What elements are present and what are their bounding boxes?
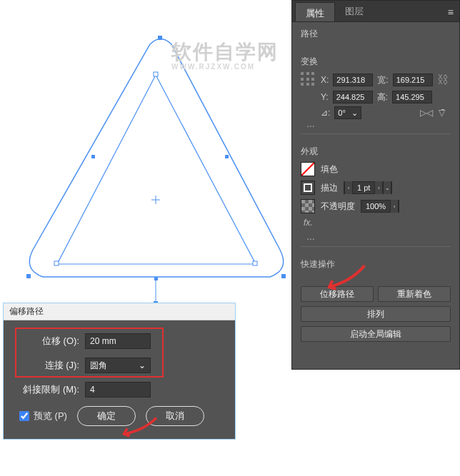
stroke-swatch-icon[interactable]: [301, 181, 315, 195]
svg-rect-2: [281, 274, 286, 278]
stroke-label: 描边: [321, 182, 338, 194]
inner-triangle[interactable]: [57, 75, 256, 264]
reference-point-icon[interactable]: [301, 72, 316, 88]
offset-label: 位移 (O):: [19, 335, 79, 348]
svg-rect-6: [154, 72, 158, 76]
properties-panel: 属性 图层 ≡ 路径 变换 X: 宽: ⛓ Y: 高:: [291, 0, 460, 370]
section-path: 路径: [292, 22, 459, 50]
preview-checkbox-wrap[interactable]: 预览 (P): [19, 410, 67, 422]
svg-rect-8: [253, 261, 257, 265]
panel-tabs: 属性 图层 ≡: [292, 1, 459, 22]
flip-vertical-icon[interactable]: ▽̄: [439, 108, 445, 118]
w-label: 宽:: [377, 74, 388, 86]
section-transform-title: 变换: [301, 56, 451, 68]
opacity-dropdown[interactable]: 100% ›: [361, 200, 399, 213]
x-label: X:: [321, 75, 329, 85]
miter-input[interactable]: [85, 382, 151, 397]
section-quick-title: 快速操作: [301, 258, 451, 270]
svg-rect-3: [91, 155, 95, 158]
offset-path-button[interactable]: 位移路径: [301, 286, 374, 302]
h-label: 高:: [377, 91, 388, 103]
chevron-down-icon: ⌄: [139, 360, 146, 370]
preview-checkbox[interactable]: [19, 411, 29, 421]
fill-swatch-icon[interactable]: [301, 162, 315, 176]
join-value: 圆角: [90, 360, 107, 372]
canvas-area: 软件自学网 WWW.RJZXW.COM: [0, 0, 291, 307]
ok-button[interactable]: 确定: [77, 406, 136, 426]
watermark-sub: WWW.RJZXW.COM: [171, 63, 279, 71]
flip-horizontal-icon[interactable]: ▷◁: [420, 108, 433, 118]
x-input[interactable]: [333, 74, 373, 86]
opacity-label: 不透明度: [321, 201, 355, 213]
svg-rect-0: [158, 36, 162, 40]
watermark: 软件自学网 WWW.RJZXW.COM: [171, 39, 279, 71]
more-options-icon[interactable]: …: [301, 119, 451, 129]
section-path-title: 路径: [301, 28, 451, 40]
section-appearance: 外观 填色 描边 ‹ 1 pt › ⌄ 不透明度 100% › fx.: [292, 140, 459, 253]
recolor-button[interactable]: 重新着色: [378, 286, 451, 302]
center-mark: [151, 196, 160, 204]
fx-label[interactable]: fx.: [301, 218, 313, 228]
join-label: 连接 (J):: [19, 359, 79, 372]
watermark-text: 软件自学网: [171, 41, 279, 63]
chevron-down-icon: ⌄: [351, 108, 358, 118]
global-edit-button[interactable]: 启动全局编辑: [301, 326, 451, 342]
angle-dropdown[interactable]: 0° ⌄: [334, 106, 361, 119]
join-select[interactable]: 圆角 ⌄: [85, 358, 151, 373]
link-wh-icon[interactable]: ⛓: [437, 74, 449, 86]
more-options-icon[interactable]: …: [301, 232, 451, 242]
section-transform: 变换 X: 宽: ⛓ Y: 高: ⊿: 0°: [292, 50, 459, 140]
section-quick-actions: 快速操作: [292, 253, 459, 280]
chevron-right-icon[interactable]: ›: [390, 200, 399, 213]
fill-label: 填色: [321, 163, 338, 176]
preview-label: 预览 (P): [34, 410, 67, 422]
w-input[interactable]: [393, 74, 433, 86]
svg-rect-7: [54, 261, 59, 265]
section-appearance-title: 外观: [301, 146, 451, 158]
y-input[interactable]: [333, 91, 373, 103]
opacity-swatch-icon[interactable]: [301, 199, 315, 213]
opacity-value: 100%: [361, 202, 390, 211]
panel-menu-icon[interactable]: ≡: [448, 6, 454, 18]
offset-path-dialog: 偏移路径 位移 (O): 连接 (J): 圆角 ⌄ 斜接限制 (M): 预览 (…: [3, 303, 236, 440]
dialog-title: 偏移路径: [4, 303, 235, 320]
arrange-button[interactable]: 排列: [301, 306, 451, 322]
cancel-button[interactable]: 取消: [146, 406, 204, 426]
chevron-down-icon[interactable]: ⌄: [383, 181, 391, 194]
angle-value: 0°: [338, 108, 346, 117]
svg-rect-4: [225, 155, 229, 158]
y-label: Y:: [321, 92, 329, 102]
svg-rect-1: [26, 274, 31, 278]
tab-layers[interactable]: 图层: [335, 1, 374, 21]
stroke-weight-dropdown[interactable]: ‹ 1 pt › ⌄: [344, 181, 392, 194]
miter-label: 斜接限制 (M):: [19, 383, 79, 396]
angle-label: ⊿:: [321, 108, 330, 118]
selection-handles-inner: [54, 72, 257, 265]
h-input[interactable]: [392, 91, 432, 103]
step-down-icon[interactable]: ‹: [344, 181, 353, 194]
stroke-weight-value: 1 pt: [353, 183, 374, 192]
tab-properties[interactable]: 属性: [295, 2, 335, 21]
step-up-icon[interactable]: ›: [374, 181, 383, 194]
offset-input[interactable]: [85, 333, 151, 349]
